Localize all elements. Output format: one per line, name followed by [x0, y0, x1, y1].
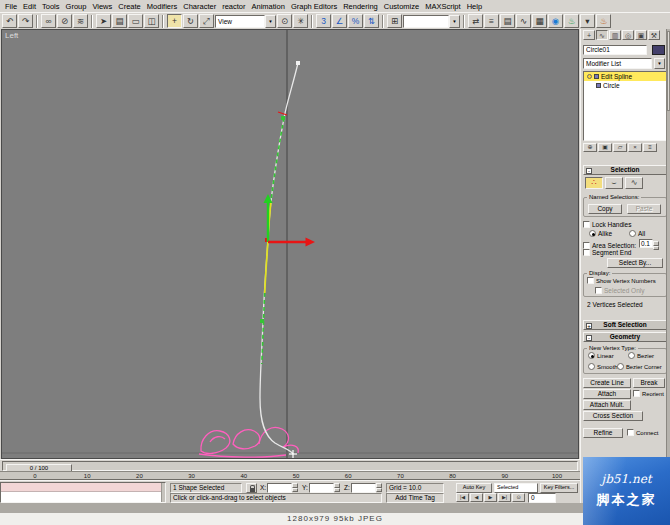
play-animation-icon[interactable]: ▶: [484, 493, 497, 502]
z-spinner[interactable]: [376, 483, 382, 492]
vertex-mode-button[interactable]: ∴: [585, 177, 603, 189]
previous-frame-icon[interactable]: ◀: [470, 493, 483, 502]
align-icon[interactable]: ≡: [484, 14, 499, 28]
listener-scrollbar[interactable]: [161, 483, 165, 502]
create-line-button[interactable]: Create Line: [583, 378, 631, 388]
stack-item-circle[interactable]: Circle: [584, 81, 666, 90]
alike-radio[interactable]: [589, 230, 596, 237]
menu-views[interactable]: Views: [89, 1, 115, 12]
edit-named-selection-sets-icon[interactable]: ⊞: [387, 14, 402, 28]
tab-hierarchy[interactable]: ▥: [609, 30, 621, 40]
show-vertex-numbers-checkbox[interactable]: [587, 277, 594, 284]
menu-reactor[interactable]: reactor: [219, 1, 248, 12]
current-frame-field[interactable]: 0: [528, 493, 556, 503]
menu-group[interactable]: Group: [63, 1, 90, 12]
unlink-selection-icon[interactable]: ⊘: [57, 14, 72, 28]
all-radio[interactable]: [629, 230, 636, 237]
menu-edit[interactable]: Edit: [20, 1, 39, 12]
smooth-radio[interactable]: [588, 363, 595, 370]
menu-create[interactable]: Create: [115, 1, 144, 12]
reorient-checkbox[interactable]: [633, 390, 640, 397]
select-and-link-icon[interactable]: ∞: [41, 14, 56, 28]
go-to-start-icon[interactable]: |◀: [456, 493, 469, 502]
curve-editor-icon[interactable]: ∿: [516, 14, 531, 28]
menu-rendering[interactable]: Rendering: [340, 1, 381, 12]
tab-create[interactable]: +: [583, 30, 595, 40]
collapse-icon[interactable]: -: [586, 335, 592, 341]
vertex-marker[interactable]: [260, 319, 264, 323]
tab-modify[interactable]: ∿: [596, 30, 608, 40]
copy-button[interactable]: Copy: [588, 204, 622, 214]
select-by-button[interactable]: Select By...: [607, 258, 663, 268]
material-editor-icon[interactable]: ◉: [548, 14, 563, 28]
y-spinner[interactable]: [334, 483, 340, 492]
render-scene-icon[interactable]: ♨: [564, 14, 579, 28]
linear-radio[interactable]: [588, 352, 595, 359]
spline-mode-button[interactable]: ∿: [625, 177, 643, 189]
go-to-end-icon[interactable]: ▶|: [498, 493, 511, 502]
attach-mult-button[interactable]: Attach Mult.: [583, 400, 631, 410]
attach-button[interactable]: Attach: [583, 389, 631, 399]
select-and-move-icon[interactable]: +: [167, 14, 182, 28]
chevron-down-icon[interactable]: ▼: [265, 15, 276, 28]
configure-modifier-sets-icon[interactable]: ≡: [643, 143, 657, 152]
area-selection-value[interactable]: 0.1: [639, 239, 653, 248]
lock-handles-checkbox[interactable]: [583, 221, 590, 228]
bezier-radio[interactable]: [628, 352, 635, 359]
geometry-rollout-header[interactable]: - Geometry: [583, 332, 667, 342]
segment-mode-button[interactable]: ⌣: [605, 177, 623, 189]
refine-button[interactable]: Refine: [583, 428, 623, 438]
bind-to-space-warp-icon[interactable]: ≋: [73, 14, 88, 28]
pin-stack-icon[interactable]: ⊕: [583, 143, 597, 152]
time-configuration-icon[interactable]: ⊙: [512, 493, 525, 502]
show-end-result-icon[interactable]: ▣: [598, 143, 612, 152]
make-unique-icon[interactable]: ▱: [613, 143, 627, 152]
percent-snap-toggle-icon[interactable]: %: [348, 14, 363, 28]
select-object-icon[interactable]: ➤: [96, 14, 111, 28]
redo-icon[interactable]: ↷: [18, 14, 33, 28]
y-coordinate-field[interactable]: [309, 483, 334, 493]
window-crossing-icon[interactable]: ◫: [144, 14, 159, 28]
menu-file[interactable]: File: [2, 1, 20, 12]
x-spinner[interactable]: [292, 483, 298, 492]
named-selection-sets-combo[interactable]: ▼: [403, 15, 460, 28]
menu-help[interactable]: Help: [464, 1, 485, 12]
edited-spline[interactable]: [260, 63, 298, 454]
select-and-manipulate-icon[interactable]: ✳: [293, 14, 308, 28]
macro-recorder-row[interactable]: [1, 483, 161, 492]
time-slider-track[interactable]: 0 / 100: [2, 461, 578, 471]
menu-graph-editors[interactable]: Graph Editors: [288, 1, 340, 12]
menu-animation[interactable]: Animation: [249, 1, 288, 12]
tab-utilities[interactable]: ⚒: [648, 30, 660, 40]
modifier-list-combo[interactable]: Modifier List ▼: [583, 58, 665, 69]
mirror-icon[interactable]: ⇄: [468, 14, 483, 28]
vertex-marker[interactable]: [296, 61, 300, 65]
break-button[interactable]: Break: [633, 378, 665, 388]
reference-coordinate-system-combo[interactable]: View▼: [215, 15, 276, 28]
vertex-marker[interactable]: [281, 116, 285, 120]
panel-scrollbar[interactable]: [666, 29, 670, 525]
z-coordinate-field[interactable]: [351, 483, 376, 493]
layer-manager-icon[interactable]: ▤: [500, 14, 515, 28]
remove-modifier-icon[interactable]: ×: [628, 143, 642, 152]
object-color-swatch[interactable]: [652, 45, 665, 55]
menu-maxscript[interactable]: MAXScript: [422, 1, 463, 12]
snap-toggle-icon[interactable]: 3: [316, 14, 331, 28]
left-viewport[interactable]: Left: [1, 29, 579, 459]
menu-character[interactable]: Character: [180, 1, 219, 12]
angle-snap-toggle-icon[interactable]: ∠: [332, 14, 347, 28]
tab-motion[interactable]: ◎: [622, 30, 634, 40]
selection-rollout-header[interactable]: - Selection: [583, 165, 667, 175]
select-by-name-icon[interactable]: ▤: [112, 14, 127, 28]
auto-key-button[interactable]: Auto Key: [456, 483, 492, 493]
area-selection-checkbox[interactable]: [583, 242, 590, 249]
bezier-corner-radio[interactable]: [617, 363, 624, 370]
render-type-icon[interactable]: ▾: [580, 14, 595, 28]
select-and-rotate-icon[interactable]: ↻: [183, 14, 198, 28]
x-coordinate-field[interactable]: [267, 483, 292, 493]
collapse-icon[interactable]: -: [586, 168, 592, 174]
cross-section-button[interactable]: Cross Section: [583, 411, 643, 421]
chevron-down-icon[interactable]: ▼: [654, 58, 665, 69]
use-pivot-point-center-icon[interactable]: ⊙: [277, 14, 292, 28]
stack-item-edit-spline[interactable]: Edit Spline: [584, 72, 666, 81]
